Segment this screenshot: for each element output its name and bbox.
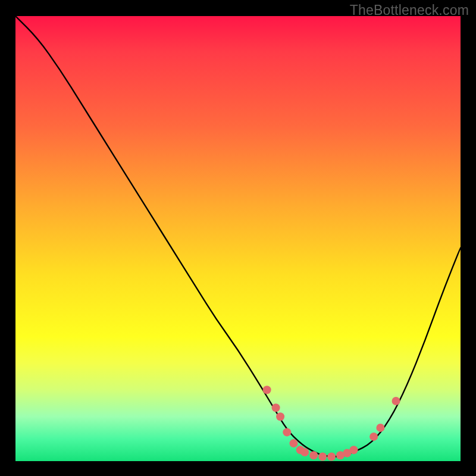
- marker-dot: [283, 428, 291, 436]
- marker-dot: [318, 453, 327, 461]
- bottleneck-curve: [15, 16, 461, 457]
- marker-dot: [350, 446, 358, 454]
- marker-dot: [290, 439, 298, 447]
- marker-dot: [263, 386, 271, 394]
- marker-dot: [369, 433, 378, 441]
- marker-dot: [272, 403, 280, 412]
- marker-dot: [327, 453, 336, 461]
- marker-dot: [376, 424, 384, 432]
- chart-plot-area: [15, 16, 461, 461]
- marker-dot: [276, 412, 284, 421]
- marker-dot: [309, 451, 318, 459]
- marker-dot: [392, 397, 400, 405]
- marker-dot: [300, 448, 309, 456]
